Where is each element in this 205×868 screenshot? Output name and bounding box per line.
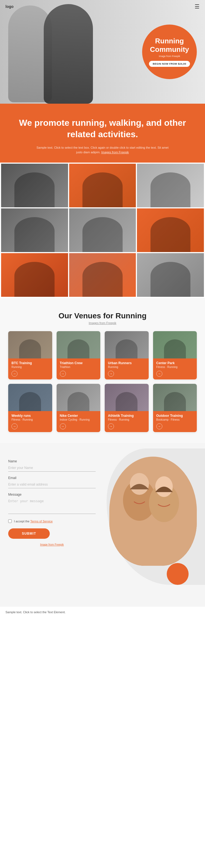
- venues-freepik-link[interactable]: Images from Freepik: [89, 321, 117, 324]
- freepik-link[interactable]: Images from Freepik: [101, 151, 129, 154]
- form-group-email: Email: [8, 476, 96, 488]
- grid-image-9: [137, 253, 204, 297]
- grid-image-4: [1, 208, 68, 252]
- hero-title: Running Community: [142, 37, 197, 54]
- venue-arrow-3[interactable]: →: [156, 371, 162, 377]
- grid-image-7: [1, 253, 68, 297]
- venue-arrow-0[interactable]: →: [11, 371, 18, 377]
- message-textarea[interactable]: [8, 498, 96, 514]
- footer-text: Sample text. Click to select the Text El…: [5, 611, 66, 614]
- terms-text: I accept the Terms of Service: [14, 520, 53, 523]
- hero-circle: Running Community Image from Freepik BEG…: [142, 25, 197, 79]
- hero-section: Running Community Image from Freepik BEG…: [0, 0, 205, 104]
- venue-name-7: Outdoor Training: [156, 414, 194, 417]
- logo: logo: [5, 4, 14, 9]
- contact-form: Name Email Message I accept the Terms of…: [8, 459, 96, 546]
- footer-sample: Sample text. Click to select the Text El…: [0, 607, 205, 618]
- venue-info-7: Outdoor Training Bootcamp · Fitness →: [153, 411, 197, 432]
- venue-arrow-5[interactable]: →: [60, 423, 66, 429]
- form-group-message: Message: [8, 493, 96, 515]
- venue-card-2: Urban Runners Running →: [105, 331, 149, 379]
- venue-card-1: Triathlon Crew Triathlon →: [57, 331, 101, 379]
- header: logo ☰: [0, 0, 205, 13]
- venue-name-1: Triathlon Crew: [60, 361, 97, 365]
- hero-cta-button[interactable]: BEGIN NOW FROM $24,00: [149, 61, 190, 67]
- grid-image-2: [69, 164, 136, 207]
- venue-image-3: [153, 331, 197, 359]
- promote-sample-text: Sample text. Click to select the text bo…: [34, 145, 171, 154]
- venue-info-2: Urban Runners Running →: [105, 359, 149, 379]
- contact-image-credit: Image from Freepik: [8, 543, 96, 546]
- venue-card-6: Athletik Training Fitness · Running →: [105, 384, 149, 432]
- hero-image-credit: Image from Freepik: [159, 55, 180, 58]
- image-grid: [0, 162, 205, 298]
- venue-name-6: Athletik Training: [108, 414, 146, 417]
- venue-card-5: Nike Center Indoor Cycling · Running →: [57, 384, 101, 432]
- contact-orange-dot: [167, 563, 188, 585]
- venue-name-3: Center Park: [156, 361, 194, 365]
- name-input[interactable]: [8, 464, 96, 472]
- venue-type-6: Fitness · Running: [108, 418, 146, 421]
- grid-image-6: [137, 208, 204, 252]
- grid-image-3: [137, 164, 204, 207]
- venue-arrow-1[interactable]: →: [60, 371, 66, 377]
- promote-heading: We promote running, walking, and other r…: [17, 117, 188, 140]
- venue-type-4: Fitness · Running: [11, 418, 49, 421]
- venues-section: Our Venues for Running Images from Freep…: [0, 298, 205, 443]
- venue-type-0: Running: [11, 366, 49, 369]
- email-input[interactable]: [8, 481, 96, 488]
- venue-type-2: Running: [108, 366, 146, 369]
- venues-heading: Our Venues for Running: [8, 312, 197, 320]
- terms-link[interactable]: Terms of Service: [30, 520, 53, 523]
- venue-info-4: Weekly runs Fitness · Running →: [8, 411, 52, 432]
- promote-section: We promote running, walking, and other r…: [0, 104, 205, 162]
- venue-info-0: BTC Training Running →: [8, 359, 52, 379]
- venues-subtitle: Images from Freepik: [8, 321, 197, 324]
- venue-name-2: Urban Runners: [108, 361, 146, 365]
- venue-image-0: [8, 331, 52, 359]
- menu-icon[interactable]: ☰: [195, 3, 200, 10]
- venue-arrow-7[interactable]: →: [156, 423, 162, 429]
- venue-image-2: [105, 331, 149, 359]
- venue-type-5: Indoor Cycling · Running: [60, 418, 97, 421]
- contact-photo: [109, 457, 197, 566]
- venue-image-1: [57, 331, 101, 359]
- venue-image-6: [105, 384, 149, 411]
- venue-info-5: Nike Center Indoor Cycling · Running →: [57, 411, 101, 432]
- grid-image-1: [1, 164, 68, 207]
- venue-name-0: BTC Training: [11, 361, 49, 365]
- venue-card-3: Center Park Fitness · Running →: [153, 331, 197, 379]
- venue-type-3: Fitness · Running: [156, 366, 194, 369]
- venue-type-7: Bootcamp · Fitness: [156, 418, 194, 421]
- venue-image-5: [57, 384, 101, 411]
- venue-type-1: Triathlon: [60, 366, 97, 369]
- grid-image-8: [69, 253, 136, 297]
- venue-name-5: Nike Center: [60, 414, 97, 417]
- terms-checkbox[interactable]: [8, 519, 12, 523]
- venue-card-0: BTC Training Running →: [8, 331, 52, 379]
- email-label: Email: [8, 476, 96, 480]
- venue-arrow-4[interactable]: →: [11, 423, 18, 429]
- venue-card-7: Outdoor Training Bootcamp · Fitness →: [153, 384, 197, 432]
- venue-image-7: [153, 384, 197, 411]
- venue-name-4: Weekly runs: [11, 414, 49, 417]
- form-group-name: Name: [8, 459, 96, 472]
- grid-image-5: [69, 208, 136, 252]
- venue-info-1: Triathlon Crew Triathlon →: [57, 359, 101, 379]
- venues-grid: BTC Training Running → Triathlon Crew Tr…: [8, 331, 197, 432]
- venue-arrow-2[interactable]: →: [108, 371, 114, 377]
- contact-freepik-link[interactable]: Image from Freepik: [40, 543, 64, 546]
- contact-section: Name Email Message I accept the Terms of…: [0, 443, 205, 607]
- venue-image-4: [8, 384, 52, 411]
- venue-card-4: Weekly runs Fitness · Running →: [8, 384, 52, 432]
- venue-info-6: Athletik Training Fitness · Running →: [105, 411, 149, 432]
- terms-row: I accept the Terms of Service: [8, 519, 96, 523]
- venue-arrow-6[interactable]: →: [108, 423, 114, 429]
- venue-info-3: Center Park Fitness · Running →: [153, 359, 197, 379]
- contact-photo-inner: [109, 457, 197, 566]
- submit-button[interactable]: SUBMIT: [8, 528, 50, 539]
- message-label: Message: [8, 493, 96, 496]
- name-label: Name: [8, 459, 96, 463]
